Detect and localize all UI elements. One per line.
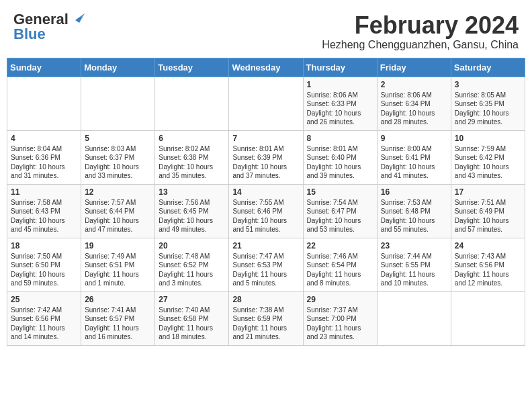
calendar-cell: 7Sunrise: 8:01 AM Sunset: 6:39 PM Daylig… <box>229 130 303 184</box>
day-info: Sunrise: 8:01 AM Sunset: 6:40 PM Dayligh… <box>307 144 373 181</box>
calendar-cell: 2Sunrise: 8:06 AM Sunset: 6:34 PM Daylig… <box>377 77 451 130</box>
day-info: Sunrise: 7:40 AM Sunset: 6:58 PM Dayligh… <box>159 306 225 342</box>
calendar-cell: 16Sunrise: 7:53 AM Sunset: 6:48 PM Dayli… <box>377 184 451 238</box>
logo-general-text: General <box>13 12 69 27</box>
calendar-cell: 9Sunrise: 8:00 AM Sunset: 6:41 PM Daylig… <box>377 130 451 184</box>
day-info: Sunrise: 8:02 AM Sunset: 6:38 PM Dayligh… <box>159 144 225 181</box>
calendar-week-4: 18Sunrise: 7:50 AM Sunset: 6:50 PM Dayli… <box>7 238 525 291</box>
header: General Blue February 2024 Hezheng Cheng… <box>7 7 525 54</box>
day-number: 2 <box>381 80 447 89</box>
day-info: Sunrise: 7:59 AM Sunset: 6:42 PM Dayligh… <box>455 144 521 181</box>
day-number: 8 <box>307 134 373 143</box>
day-info: Sunrise: 8:03 AM Sunset: 6:37 PM Dayligh… <box>85 144 151 181</box>
calendar-cell: 4Sunrise: 8:04 AM Sunset: 6:36 PM Daylig… <box>7 130 81 184</box>
calendar-cell <box>155 77 229 130</box>
day-number: 6 <box>159 134 225 143</box>
weekday-header-sunday: Sunday <box>7 58 81 77</box>
day-number: 15 <box>307 187 373 197</box>
calendar-body: 1Sunrise: 8:06 AM Sunset: 6:33 PM Daylig… <box>7 77 525 345</box>
calendar-cell: 14Sunrise: 7:55 AM Sunset: 6:46 PM Dayli… <box>229 184 303 238</box>
calendar-cell: 5Sunrise: 8:03 AM Sunset: 6:37 PM Daylig… <box>81 130 155 184</box>
calendar-cell: 19Sunrise: 7:49 AM Sunset: 6:51 PM Dayli… <box>81 238 155 291</box>
calendar-week-1: 1Sunrise: 8:06 AM Sunset: 6:33 PM Daylig… <box>7 77 525 130</box>
day-number: 9 <box>381 134 447 143</box>
day-info: Sunrise: 7:43 AM Sunset: 6:56 PM Dayligh… <box>455 252 521 288</box>
day-info: Sunrise: 7:50 AM Sunset: 6:50 PM Dayligh… <box>11 252 77 288</box>
calendar-cell <box>81 77 155 130</box>
day-info: Sunrise: 8:00 AM Sunset: 6:41 PM Dayligh… <box>381 144 447 181</box>
day-info: Sunrise: 7:44 AM Sunset: 6:55 PM Dayligh… <box>381 252 447 288</box>
day-info: Sunrise: 7:53 AM Sunset: 6:48 PM Dayligh… <box>381 198 447 234</box>
weekday-header-tuesday: Tuesday <box>155 58 229 77</box>
calendar-subtitle: Hezheng Chengguanzhen, Gansu, China <box>322 39 519 51</box>
day-number: 28 <box>232 295 299 304</box>
day-number: 21 <box>232 241 299 250</box>
day-info: Sunrise: 7:57 AM Sunset: 6:44 PM Dayligh… <box>85 198 151 234</box>
calendar-cell: 20Sunrise: 7:48 AM Sunset: 6:52 PM Dayli… <box>155 238 229 291</box>
day-info: Sunrise: 8:06 AM Sunset: 6:33 PM Dayligh… <box>307 91 373 127</box>
logo-blue-text: Blue <box>13 27 46 42</box>
calendar-cell <box>451 291 525 345</box>
day-number: 1 <box>307 80 373 89</box>
day-number: 24 <box>455 241 521 250</box>
calendar-cell: 28Sunrise: 7:38 AM Sunset: 6:59 PM Dayli… <box>229 291 303 345</box>
day-number: 22 <box>307 241 373 250</box>
day-number: 3 <box>455 80 521 89</box>
day-info: Sunrise: 7:47 AM Sunset: 6:53 PM Dayligh… <box>232 252 299 288</box>
day-number: 18 <box>11 241 77 250</box>
calendar-cell: 25Sunrise: 7:42 AM Sunset: 6:56 PM Dayli… <box>7 291 81 345</box>
day-number: 17 <box>455 187 521 197</box>
calendar-cell: 24Sunrise: 7:43 AM Sunset: 6:56 PM Dayli… <box>451 238 525 291</box>
calendar-week-3: 11Sunrise: 7:58 AM Sunset: 6:43 PM Dayli… <box>7 184 525 238</box>
weekday-header-wednesday: Wednesday <box>229 58 303 77</box>
day-info: Sunrise: 7:54 AM Sunset: 6:47 PM Dayligh… <box>307 198 373 234</box>
day-info: Sunrise: 7:48 AM Sunset: 6:52 PM Dayligh… <box>159 252 225 288</box>
day-info: Sunrise: 7:37 AM Sunset: 7:00 PM Dayligh… <box>307 306 373 342</box>
calendar-cell: 27Sunrise: 7:40 AM Sunset: 6:58 PM Dayli… <box>155 291 229 345</box>
calendar-cell: 26Sunrise: 7:41 AM Sunset: 6:57 PM Dayli… <box>81 291 155 345</box>
calendar-title: February 2024 <box>322 12 519 39</box>
day-number: 10 <box>455 134 521 143</box>
calendar-cell: 10Sunrise: 7:59 AM Sunset: 6:42 PM Dayli… <box>451 130 525 184</box>
calendar-cell: 1Sunrise: 8:06 AM Sunset: 6:33 PM Daylig… <box>303 77 377 130</box>
weekday-header-saturday: Saturday <box>451 58 525 77</box>
calendar-cell: 13Sunrise: 7:56 AM Sunset: 6:45 PM Dayli… <box>155 184 229 238</box>
day-info: Sunrise: 7:38 AM Sunset: 6:59 PM Dayligh… <box>232 306 299 342</box>
calendar-cell: 21Sunrise: 7:47 AM Sunset: 6:53 PM Dayli… <box>229 238 303 291</box>
calendar-week-2: 4Sunrise: 8:04 AM Sunset: 6:36 PM Daylig… <box>7 130 525 184</box>
day-number: 16 <box>381 187 447 197</box>
calendar-week-5: 25Sunrise: 7:42 AM Sunset: 6:56 PM Dayli… <box>7 291 525 345</box>
day-number: 27 <box>159 295 225 304</box>
calendar-cell: 29Sunrise: 7:37 AM Sunset: 7:00 PM Dayli… <box>303 291 377 345</box>
day-number: 29 <box>307 295 373 304</box>
logo-bird-icon <box>70 11 85 26</box>
calendar-cell: 18Sunrise: 7:50 AM Sunset: 6:50 PM Dayli… <box>7 238 81 291</box>
day-info: Sunrise: 8:04 AM Sunset: 6:36 PM Dayligh… <box>11 144 77 181</box>
weekday-header-friday: Friday <box>377 58 451 77</box>
calendar-table: SundayMondayTuesdayWednesdayThursdayFrid… <box>7 58 525 346</box>
calendar-cell <box>377 291 451 345</box>
day-number: 12 <box>85 187 151 197</box>
day-info: Sunrise: 7:42 AM Sunset: 6:56 PM Dayligh… <box>11 306 77 342</box>
day-info: Sunrise: 8:05 AM Sunset: 6:35 PM Dayligh… <box>455 91 521 127</box>
weekday-header-thursday: Thursday <box>303 58 377 77</box>
calendar-cell: 3Sunrise: 8:05 AM Sunset: 6:35 PM Daylig… <box>451 77 525 130</box>
day-info: Sunrise: 8:01 AM Sunset: 6:39 PM Dayligh… <box>232 144 299 181</box>
calendar-cell: 6Sunrise: 8:02 AM Sunset: 6:38 PM Daylig… <box>155 130 229 184</box>
day-number: 4 <box>11 134 77 143</box>
day-info: Sunrise: 7:49 AM Sunset: 6:51 PM Dayligh… <box>85 252 151 288</box>
calendar-cell <box>229 77 303 130</box>
day-number: 25 <box>11 295 77 304</box>
day-number: 13 <box>159 187 225 197</box>
calendar-cell: 8Sunrise: 8:01 AM Sunset: 6:40 PM Daylig… <box>303 130 377 184</box>
calendar-cell: 11Sunrise: 7:58 AM Sunset: 6:43 PM Dayli… <box>7 184 81 238</box>
day-number: 19 <box>85 241 151 250</box>
title-area: February 2024 Hezheng Chengguanzhen, Gan… <box>322 12 519 51</box>
calendar-cell: 22Sunrise: 7:46 AM Sunset: 6:54 PM Dayli… <box>303 238 377 291</box>
day-info: Sunrise: 7:55 AM Sunset: 6:46 PM Dayligh… <box>232 198 299 234</box>
day-info: Sunrise: 7:46 AM Sunset: 6:54 PM Dayligh… <box>307 252 373 288</box>
day-number: 26 <box>85 295 151 304</box>
day-number: 11 <box>11 187 77 197</box>
day-info: Sunrise: 7:56 AM Sunset: 6:45 PM Dayligh… <box>159 198 225 234</box>
day-info: Sunrise: 7:41 AM Sunset: 6:57 PM Dayligh… <box>85 306 151 342</box>
